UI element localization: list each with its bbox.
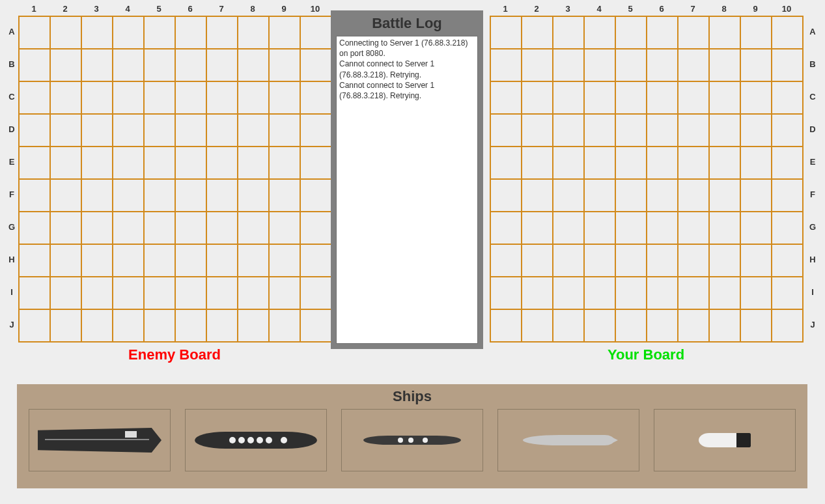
your-cell[interactable] xyxy=(772,179,803,212)
enemy-cell[interactable] xyxy=(300,147,331,179)
enemy-cell[interactable] xyxy=(300,49,331,81)
your-cell[interactable] xyxy=(647,16,678,49)
your-cell[interactable] xyxy=(647,49,678,81)
enemy-cell[interactable] xyxy=(238,147,269,179)
enemy-cell[interactable] xyxy=(206,179,238,212)
enemy-cell[interactable] xyxy=(175,244,206,277)
enemy-cell[interactable] xyxy=(238,277,269,309)
enemy-cell[interactable] xyxy=(19,49,50,81)
enemy-cell[interactable] xyxy=(238,309,269,342)
your-cell[interactable] xyxy=(709,147,740,179)
enemy-cell[interactable] xyxy=(50,309,81,342)
your-cell[interactable] xyxy=(490,309,522,342)
enemy-cell[interactable] xyxy=(81,16,113,49)
enemy-cell[interactable] xyxy=(144,309,175,342)
enemy-cell[interactable] xyxy=(81,277,113,309)
enemy-cell[interactable] xyxy=(175,81,206,114)
your-cell[interactable] xyxy=(740,309,772,342)
enemy-cell[interactable] xyxy=(113,114,144,147)
enemy-cell[interactable] xyxy=(19,179,50,212)
your-cell[interactable] xyxy=(709,49,740,81)
enemy-cell[interactable] xyxy=(175,49,206,81)
enemy-cell[interactable] xyxy=(300,244,331,277)
enemy-cell[interactable] xyxy=(175,16,206,49)
your-cell[interactable] xyxy=(584,309,615,342)
enemy-cell[interactable] xyxy=(206,49,238,81)
your-cell[interactable] xyxy=(740,49,772,81)
enemy-cell[interactable] xyxy=(144,49,175,81)
ship-slot-carrier[interactable] xyxy=(29,409,171,471)
enemy-cell[interactable] xyxy=(206,147,238,179)
your-cell[interactable] xyxy=(647,309,678,342)
enemy-cell[interactable] xyxy=(206,212,238,244)
enemy-cell[interactable] xyxy=(19,147,50,179)
your-cell[interactable] xyxy=(709,114,740,147)
your-cell[interactable] xyxy=(522,212,553,244)
your-cell[interactable] xyxy=(678,81,709,114)
enemy-cell[interactable] xyxy=(144,244,175,277)
enemy-cell[interactable] xyxy=(50,147,81,179)
your-cell[interactable] xyxy=(553,179,584,212)
enemy-cell[interactable] xyxy=(50,114,81,147)
your-cell[interactable] xyxy=(615,309,647,342)
your-cell[interactable] xyxy=(772,309,803,342)
enemy-board-grid[interactable] xyxy=(18,16,332,343)
your-cell[interactable] xyxy=(584,114,615,147)
enemy-cell[interactable] xyxy=(113,81,144,114)
ship-slot-destroyer[interactable] xyxy=(341,409,483,471)
your-cell[interactable] xyxy=(490,212,522,244)
your-cell[interactable] xyxy=(678,212,709,244)
enemy-cell[interactable] xyxy=(269,114,300,147)
enemy-cell[interactable] xyxy=(19,16,50,49)
your-cell[interactable] xyxy=(615,49,647,81)
your-cell[interactable] xyxy=(678,277,709,309)
your-cell[interactable] xyxy=(709,244,740,277)
your-cell[interactable] xyxy=(490,49,522,81)
enemy-cell[interactable] xyxy=(113,16,144,49)
enemy-cell[interactable] xyxy=(269,147,300,179)
enemy-cell[interactable] xyxy=(238,212,269,244)
enemy-cell[interactable] xyxy=(81,147,113,179)
your-cell[interactable] xyxy=(647,212,678,244)
your-cell[interactable] xyxy=(584,81,615,114)
your-cell[interactable] xyxy=(772,147,803,179)
ship-slot-battleship[interactable] xyxy=(185,409,327,471)
your-board-grid[interactable] xyxy=(490,16,804,343)
enemy-cell[interactable] xyxy=(144,16,175,49)
enemy-cell[interactable] xyxy=(81,244,113,277)
your-cell[interactable] xyxy=(584,277,615,309)
your-cell[interactable] xyxy=(584,179,615,212)
enemy-cell[interactable] xyxy=(175,179,206,212)
enemy-cell[interactable] xyxy=(113,179,144,212)
your-cell[interactable] xyxy=(709,277,740,309)
enemy-cell[interactable] xyxy=(300,81,331,114)
your-cell[interactable] xyxy=(740,179,772,212)
enemy-cell[interactable] xyxy=(19,244,50,277)
your-cell[interactable] xyxy=(740,244,772,277)
your-cell[interactable] xyxy=(522,179,553,212)
enemy-cell[interactable] xyxy=(81,179,113,212)
enemy-cell[interactable] xyxy=(175,212,206,244)
your-cell[interactable] xyxy=(584,16,615,49)
your-cell[interactable] xyxy=(615,16,647,49)
your-cell[interactable] xyxy=(647,277,678,309)
battle-log-textbox[interactable]: Connecting to Server 1 (76.88.3.218) on … xyxy=(336,36,478,344)
enemy-cell[interactable] xyxy=(269,244,300,277)
your-cell[interactable] xyxy=(740,16,772,49)
your-cell[interactable] xyxy=(522,114,553,147)
enemy-cell[interactable] xyxy=(238,114,269,147)
enemy-cell[interactable] xyxy=(81,49,113,81)
enemy-cell[interactable] xyxy=(300,114,331,147)
ship-slot-submarine[interactable] xyxy=(497,409,639,471)
your-cell[interactable] xyxy=(490,244,522,277)
your-cell[interactable] xyxy=(678,49,709,81)
enemy-cell[interactable] xyxy=(81,81,113,114)
enemy-cell[interactable] xyxy=(113,212,144,244)
enemy-cell[interactable] xyxy=(300,309,331,342)
enemy-cell[interactable] xyxy=(50,277,81,309)
your-cell[interactable] xyxy=(553,277,584,309)
enemy-cell[interactable] xyxy=(269,81,300,114)
your-cell[interactable] xyxy=(553,147,584,179)
enemy-cell[interactable] xyxy=(19,81,50,114)
your-cell[interactable] xyxy=(490,16,522,49)
